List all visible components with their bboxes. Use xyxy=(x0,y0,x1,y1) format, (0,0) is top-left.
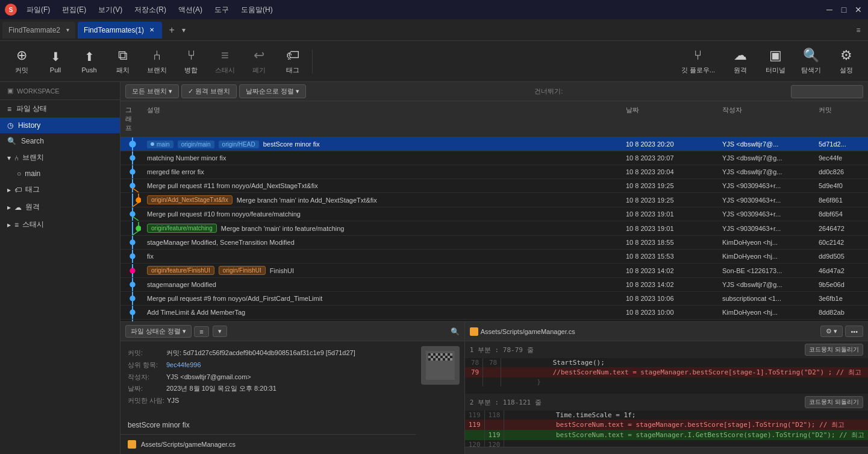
tab-menu-right[interactable]: ≡ xyxy=(851,23,866,37)
discard-button[interactable]: ↩ 폐기 xyxy=(242,44,276,78)
svg-point-17 xyxy=(130,212,135,216)
pull-button[interactable]: ⬇ Pull xyxy=(39,46,72,77)
date-cell: 10 8 2023 10:00 xyxy=(621,306,717,319)
commit-button[interactable]: ⊕ 커밋 xyxy=(5,44,39,78)
branch-button[interactable]: ⑃ 브랜치 xyxy=(140,44,174,78)
sort-date-label: 날짜순으로 정렬 ▾ xyxy=(246,87,299,96)
commit-meta: 커밋: 커밋: 5d71d27c56f92acdef9b0404db908516… xyxy=(120,341,416,416)
table-row[interactable]: origin/Add_NextStageTxt&fix Merge branch… xyxy=(120,193,868,207)
diff-header: Assets/Scripts/gameManager.cs ⚙ ▾ ••• xyxy=(465,322,868,341)
sidebar-stash-header[interactable]: ▸ ≡ 스태시 xyxy=(0,216,120,233)
search-files-icon[interactable]: 🔍 xyxy=(451,327,460,336)
diff-settings-button[interactable]: ⚙ ▾ xyxy=(820,326,843,337)
sort-date-button[interactable]: 날짜순으로 정렬 ▾ xyxy=(239,84,306,98)
table-row[interactable]: fix 10 8 2023 15:53 KimDoHyeon <hj... dd… xyxy=(120,250,868,263)
commit-cell: 8e6f861 xyxy=(814,193,868,207)
tab-add-button[interactable]: + xyxy=(164,23,179,37)
sidebar-branch-main[interactable]: ○ main xyxy=(0,166,120,181)
diff-more-button[interactable]: ••• xyxy=(845,326,863,337)
table-row[interactable]: origin/feature/FinishUI origin/FinishUI … xyxy=(120,263,868,278)
table-row[interactable]: Add TimeLimit & Add MemberTag 10 8 2023 … xyxy=(120,306,868,320)
line-num-new xyxy=(484,420,504,430)
settings-icon: ⚙ xyxy=(840,48,852,63)
patch-button[interactable]: ⧉ 패치 xyxy=(106,44,140,78)
commit-cell: 5d71d2... xyxy=(814,137,868,151)
sidebar-branches-header[interactable]: ▾ ⑃ 브랜치 xyxy=(0,149,120,166)
parent-label: 상위 항목: xyxy=(128,359,164,371)
parent-hash-value[interactable]: 9ec44fe996 xyxy=(166,359,201,371)
graph-svg xyxy=(122,250,141,263)
minimize-button[interactable]: ─ xyxy=(825,5,834,14)
line-num-old xyxy=(465,377,483,386)
menu-view[interactable]: 보기(V) xyxy=(93,4,127,16)
maximize-button[interactable]: □ xyxy=(839,5,849,14)
date-line: 날짜: 2023년 8월 10일 목요일 오후 8:20:31 xyxy=(128,383,409,395)
sort-files-button[interactable]: 파일 상태순 정렬 ▾ xyxy=(125,325,192,338)
sidebar-item-history[interactable]: ◷ History xyxy=(0,118,120,133)
menu-tools[interactable]: 도구 xyxy=(210,4,234,16)
svg-rect-68 xyxy=(448,356,450,358)
table-row[interactable]: Merge pull request #9 from noyyo/Add_Fir… xyxy=(120,292,868,306)
sidebar-remote-header[interactable]: ▸ ☁ 원격 xyxy=(0,198,120,216)
table-row[interactable]: main origin/main origin/HEAD bestScore m… xyxy=(120,137,868,151)
close-button[interactable]: ✕ xyxy=(854,5,863,14)
menu-action[interactable]: 액션(A) xyxy=(173,4,207,16)
remote-branch-button[interactable]: ✓ 원격 브랜치 xyxy=(181,84,237,98)
menu-edit[interactable]: 편집(E) xyxy=(57,4,91,16)
terminal-icon: ▣ xyxy=(769,48,782,63)
svg-rect-73 xyxy=(436,358,438,361)
menu-help[interactable]: 도움말(H) xyxy=(236,4,278,16)
title-bar-left: S 파일(F) 편집(E) 보기(V) 저장소(R) 액션(A) 도구 도움말(… xyxy=(5,4,278,16)
commit-cell: dd9d505 xyxy=(814,250,868,263)
sidebar-item-file-status[interactable]: ≡ 파일 상태 xyxy=(0,100,120,118)
stash-button[interactable]: ≡ 스태시 xyxy=(208,44,242,78)
menu-file[interactable]: 파일(F) xyxy=(22,4,55,16)
tab-findteammates1[interactable]: FindTeammates(1) ✕ xyxy=(78,22,162,39)
table-row[interactable]: matching Number minor fix 10 8 2023 20:0… xyxy=(120,151,868,165)
description-cell: origin/feature/matching Merge branch 'ma… xyxy=(142,221,621,235)
settings-button[interactable]: ⚙ 설정 xyxy=(829,44,863,78)
tree-view-button[interactable]: ▾ xyxy=(213,326,227,337)
line-num-new: 118 xyxy=(484,411,504,420)
remote-button[interactable]: ☁ 원격 xyxy=(723,44,757,78)
explorer-button[interactable]: 🔍 탐색기 xyxy=(794,44,828,78)
tab-close-icon[interactable]: ✕ xyxy=(148,26,156,34)
list-view-button[interactable]: ≡ xyxy=(194,326,208,337)
merge-button[interactable]: ⑂ 병합 xyxy=(174,44,208,78)
discard-icon: ↩ xyxy=(254,48,264,63)
table-row[interactable]: origin/feature/matching Merge branch 'ma… xyxy=(120,221,868,236)
table-row[interactable]: stagemanager Modified 10 8 2023 14:02 YJ… xyxy=(120,278,868,292)
title-bar-right: ─ □ ✕ xyxy=(825,5,863,14)
all-branches-button[interactable]: 모든 브랜치 ▾ xyxy=(125,84,179,98)
branch-main-label: main xyxy=(25,169,40,178)
gitflow-button[interactable]: ⑂ 깃 플로우... xyxy=(674,44,722,78)
tab-findteammate2[interactable]: FindTeammate2 ▾ xyxy=(2,22,75,39)
description-cell: Merge pull request #11 from noyyo/Add_Ne… xyxy=(142,179,621,192)
file-list-item[interactable]: Assets/Scripts/gameManager.cs xyxy=(128,438,409,450)
menu-repo[interactable]: 저장소(R) xyxy=(130,4,171,16)
diff-horizontal-scrollbar[interactable] xyxy=(465,447,868,454)
commit-detail-body: 커밋: 커밋: 5d71d27c56f92acdef9b0404db908516… xyxy=(120,341,464,454)
description-cell: matching Number minor fix xyxy=(142,151,621,165)
tag-button[interactable]: 🏷 태그 xyxy=(276,44,310,78)
author-cell: YJS <90309463+r... xyxy=(717,193,814,207)
remote-label: 원격 xyxy=(734,66,747,75)
revert-chunk-2-button[interactable]: 코드뭉치 되돌리기 xyxy=(805,396,863,408)
author-value: YJS <dbswltjr7@gmail.com> xyxy=(166,371,251,383)
app-icon: S xyxy=(5,4,17,16)
history-search-input[interactable] xyxy=(791,85,863,98)
line-num-new xyxy=(483,377,501,386)
tab-dropdown-icon[interactable]: ▾ xyxy=(66,27,69,33)
push-button[interactable]: ⬆ Push xyxy=(72,46,106,77)
line-num-new xyxy=(483,367,501,377)
tab-dropdown-button[interactable]: ▾ xyxy=(179,23,189,37)
revert-chunk-1-button[interactable]: 코드뭉치 되돌리기 xyxy=(805,344,863,356)
table-row[interactable]: merged file error fix 10 8 2023 20:04 YJ… xyxy=(120,165,868,179)
table-row[interactable]: Merge pull request #11 from noyyo/Add_Ne… xyxy=(120,179,868,193)
terminal-button[interactable]: ▣ 터미널 xyxy=(758,44,793,78)
sidebar-tags-header[interactable]: ▸ 🏷 태그 xyxy=(0,181,120,198)
sidebar-item-search[interactable]: 🔍 Search xyxy=(0,133,120,149)
table-row[interactable]: stageManager Modified, SceneTransition M… xyxy=(120,236,868,250)
avatar-image xyxy=(426,351,455,380)
table-row[interactable]: Merge pull request #10 from noyyo/featur… xyxy=(120,207,868,221)
